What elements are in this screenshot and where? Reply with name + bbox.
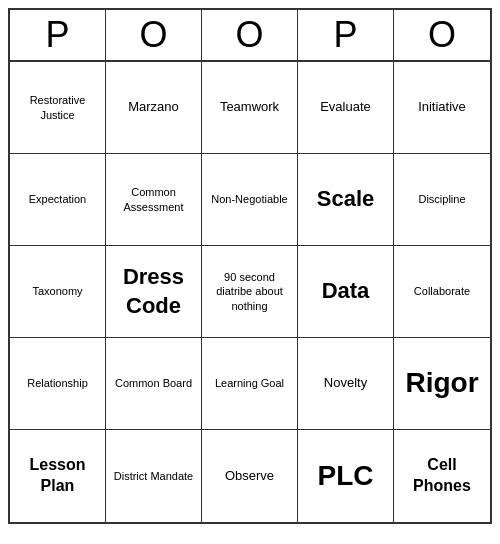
bingo-cell-24: Cell Phones bbox=[394, 430, 490, 522]
bingo-cell-17: Learning Goal bbox=[202, 338, 298, 430]
cell-text-7: Non-Negotiable bbox=[211, 192, 287, 206]
bingo-cell-18: Novelty bbox=[298, 338, 394, 430]
bingo-cell-5: Expectation bbox=[10, 154, 106, 246]
header-col-0: P bbox=[10, 10, 106, 60]
cell-text-5: Expectation bbox=[29, 192, 86, 206]
header-col-4: O bbox=[394, 10, 490, 60]
cell-text-17: Learning Goal bbox=[215, 376, 284, 390]
bingo-cell-9: Discipline bbox=[394, 154, 490, 246]
bingo-cell-3: Evaluate bbox=[298, 62, 394, 154]
cell-text-4: Initiative bbox=[418, 99, 466, 116]
cell-text-13: Data bbox=[322, 277, 370, 306]
cell-text-16: Common Board bbox=[115, 376, 192, 390]
cell-text-11: Dress Code bbox=[110, 263, 197, 320]
cell-text-12: 90 second diatribe about nothing bbox=[206, 270, 293, 313]
bingo-cell-13: Data bbox=[298, 246, 394, 338]
cell-text-24: Cell Phones bbox=[398, 455, 486, 497]
bingo-cell-15: Relationship bbox=[10, 338, 106, 430]
cell-text-18: Novelty bbox=[324, 375, 367, 392]
cell-text-22: Observe bbox=[225, 468, 274, 485]
bingo-cell-22: Observe bbox=[202, 430, 298, 522]
cell-text-21: District Mandate bbox=[114, 469, 193, 483]
cell-text-9: Discipline bbox=[418, 192, 465, 206]
bingo-cell-7: Non-Negotiable bbox=[202, 154, 298, 246]
cell-text-10: Taxonomy bbox=[32, 284, 82, 298]
bingo-cell-12: 90 second diatribe about nothing bbox=[202, 246, 298, 338]
bingo-cell-23: PLC bbox=[298, 430, 394, 522]
bingo-cell-20: Lesson Plan bbox=[10, 430, 106, 522]
cell-text-20: Lesson Plan bbox=[14, 455, 101, 497]
cell-text-0: Restorative Justice bbox=[14, 93, 101, 122]
bingo-cell-14: Collaborate bbox=[394, 246, 490, 338]
bingo-cell-19: Rigor bbox=[394, 338, 490, 430]
bingo-cell-16: Common Board bbox=[106, 338, 202, 430]
cell-text-14: Collaborate bbox=[414, 284, 470, 298]
header-col-3: P bbox=[298, 10, 394, 60]
cell-text-15: Relationship bbox=[27, 376, 88, 390]
bingo-cell-10: Taxonomy bbox=[10, 246, 106, 338]
bingo-cell-1: Marzano bbox=[106, 62, 202, 154]
bingo-cell-6: Common Assessment bbox=[106, 154, 202, 246]
cell-text-6: Common Assessment bbox=[110, 185, 197, 214]
bingo-cell-4: Initiative bbox=[394, 62, 490, 154]
header-col-1: O bbox=[106, 10, 202, 60]
bingo-grid: Restorative JusticeMarzanoTeamworkEvalua… bbox=[10, 62, 490, 522]
cell-text-3: Evaluate bbox=[320, 99, 371, 116]
bingo-card: POOPO Restorative JusticeMarzanoTeamwork… bbox=[8, 8, 492, 524]
header-row: POOPO bbox=[10, 10, 490, 62]
cell-text-2: Teamwork bbox=[220, 99, 279, 116]
bingo-cell-21: District Mandate bbox=[106, 430, 202, 522]
bingo-cell-2: Teamwork bbox=[202, 62, 298, 154]
cell-text-23: PLC bbox=[318, 458, 374, 494]
bingo-cell-11: Dress Code bbox=[106, 246, 202, 338]
cell-text-19: Rigor bbox=[405, 365, 478, 401]
cell-text-8: Scale bbox=[317, 185, 375, 214]
bingo-cell-8: Scale bbox=[298, 154, 394, 246]
header-col-2: O bbox=[202, 10, 298, 60]
cell-text-1: Marzano bbox=[128, 99, 179, 116]
bingo-cell-0: Restorative Justice bbox=[10, 62, 106, 154]
